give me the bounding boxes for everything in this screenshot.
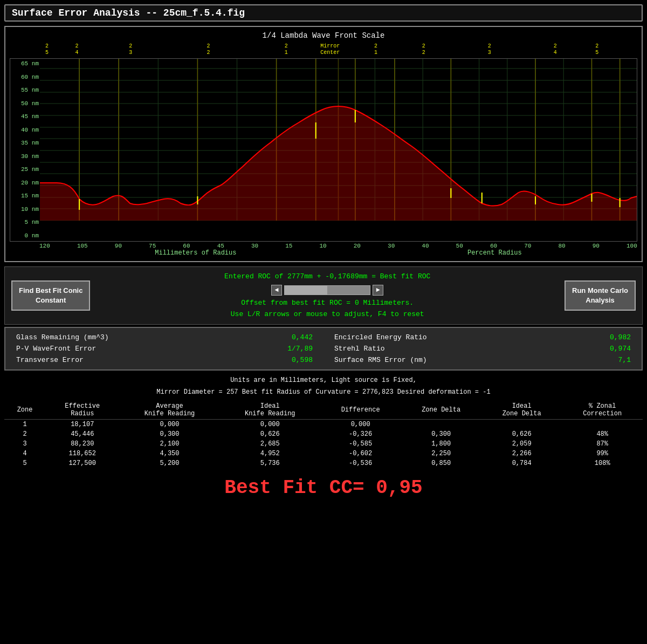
x-label-80: 80 xyxy=(558,243,565,249)
transverse-label: Transverse Error xyxy=(16,356,84,364)
zone-2-5-left: 25 xyxy=(45,43,49,56)
x-label-30r: 30 xyxy=(388,243,395,249)
x-label-75: 75 xyxy=(149,243,156,249)
offset-info: Offset from best fit ROC = 0 Millimeters… xyxy=(95,298,559,309)
table-cell-0-4: 0,000 xyxy=(320,419,401,429)
zone-mirror-center: MirrorCenter xyxy=(320,43,340,56)
table-cell-4-2: 5,200 xyxy=(119,458,219,468)
table-cell-2-7: 87% xyxy=(562,439,643,449)
table-cell-4-3: 5,736 xyxy=(220,458,320,468)
table-cell-0-5 xyxy=(401,419,481,429)
col-ideal-zone-delta: IdealZone Delta xyxy=(481,401,562,420)
table-row: 245,4460,3000,626-0,3260,3000,62648% xyxy=(4,429,643,439)
x-label-90r: 90 xyxy=(593,243,600,249)
table-cell-0-7 xyxy=(562,419,643,429)
zone-markers-row: 25 24 23 22 21 MirrorCenter 21 22 23 24 … xyxy=(10,43,637,58)
slider-right-arrow[interactable]: ► xyxy=(373,285,383,296)
slider-track[interactable] xyxy=(284,285,370,295)
table-cell-2-2: 2,100 xyxy=(119,439,219,449)
table-cell-3-7: 99% xyxy=(562,449,643,458)
x-label-45: 45 xyxy=(217,243,224,249)
table-body: 118,1070,0000,0000,000245,4460,3000,626-… xyxy=(4,419,643,468)
table-cell-2-1: 88,230 xyxy=(45,439,119,449)
zone-2-5-right: 25 xyxy=(595,43,598,56)
x-label-70: 70 xyxy=(524,243,531,249)
zone-2-3-left: 23 xyxy=(129,43,132,56)
x-label-10: 10 xyxy=(319,243,326,249)
units-info: Units are in Millimeters, Light source i… xyxy=(4,375,643,398)
zone-2-4-left: 24 xyxy=(75,43,79,56)
table-cell-0-3: 0,000 xyxy=(220,419,320,429)
col-effective-radius: EffectiveRadius xyxy=(45,401,119,420)
table-cell-3-0: 4 xyxy=(4,449,45,458)
table-cell-2-3: 2,685 xyxy=(220,439,320,449)
x-label-90: 90 xyxy=(115,243,122,249)
strehl-value: 0,974 xyxy=(610,345,631,353)
x-axis-title-container: Millimeters of Radius Percent Radius xyxy=(10,249,637,257)
col-zone-delta: Zone Delta xyxy=(401,401,481,420)
table-cell-1-4: -0,326 xyxy=(320,429,401,439)
glass-remaining-value: 0,442 xyxy=(292,333,313,341)
table-cell-4-4: -0,536 xyxy=(320,458,401,468)
table-cell-2-4: -0,585 xyxy=(320,439,401,449)
y-label-15: 15 nm xyxy=(21,193,39,199)
table-cell-1-6: 0,626 xyxy=(481,429,562,439)
zone-markers: 25 24 23 22 21 MirrorCenter 21 22 23 24 … xyxy=(39,43,637,58)
slider-container: ◄ ► xyxy=(95,285,559,296)
zone-2-1-left: 21 xyxy=(285,43,288,56)
data-table: Zone EffectiveRadius AverageKnife Readin… xyxy=(4,401,643,468)
data-table-container: Zone EffectiveRadius AverageKnife Readin… xyxy=(4,401,643,468)
y-label-0: 0 nm xyxy=(25,233,39,239)
x-title-pct: Percent Radius xyxy=(467,249,522,257)
slider-left-arrow[interactable]: ◄ xyxy=(271,285,282,296)
y-label-45: 45 nm xyxy=(21,114,39,120)
y-label-20: 20 nm xyxy=(21,180,39,186)
x-label-40: 40 xyxy=(422,243,429,249)
table-cell-1-1: 45,446 xyxy=(45,429,119,439)
chart-svg xyxy=(40,59,637,221)
units-line2: Mirror Diameter = 257 Best fit Radius of… xyxy=(4,387,643,399)
pv-wavefront-row: P-V WaveFront Error 1/7,89 xyxy=(16,345,313,353)
chart-title: 1/4 Lambda Wave Front Scale xyxy=(10,31,637,40)
pv-wavefront-value: 1/7,89 xyxy=(287,345,313,353)
adjust-info: Use L/R arrows or mouse to adjust, F4 to… xyxy=(95,309,559,320)
zone-2-4-right: 24 xyxy=(554,43,557,56)
y-label-60: 60 nm xyxy=(21,74,39,80)
run-monte-carlo-button[interactable]: Run Monte CarloAnalysis xyxy=(565,280,636,311)
table-cell-2-6: 2,059 xyxy=(481,439,562,449)
table-cell-0-6 xyxy=(481,419,562,429)
x-label-15: 15 xyxy=(285,243,292,249)
table-cell-0-0: 1 xyxy=(4,419,45,429)
table-cell-4-5: 0,850 xyxy=(401,458,481,468)
table-cell-1-5: 0,300 xyxy=(401,429,481,439)
best-fit-cc: Best Fit CC= 0,95 xyxy=(0,477,647,499)
chart-area: 65 nm 60 nm 55 nm 50 nm 45 nm 40 nm 35 n… xyxy=(10,58,637,242)
y-label-50: 50 nm xyxy=(21,101,39,107)
y-label-10: 10 nm xyxy=(21,207,39,213)
stats-panel: Glass Remaining (mm^3) 0,442 Encircled E… xyxy=(4,327,643,371)
x-label-105: 105 xyxy=(77,243,88,249)
table-cell-3-3: 4,952 xyxy=(220,449,320,458)
table-cell-1-7: 48% xyxy=(562,429,643,439)
surface-rms-row: Surface RMS Error (nm) 7,1 xyxy=(334,356,631,364)
x-label-100: 100 xyxy=(627,243,637,249)
strehl-row: Strehl Ratio 0,974 xyxy=(334,345,631,353)
y-label-25: 25 nm xyxy=(21,167,39,173)
find-best-fit-button[interactable]: Find Best Fit ConicConstant xyxy=(11,280,90,311)
table-cell-2-5: 1,800 xyxy=(401,439,481,449)
y-label-65: 65 nm xyxy=(21,61,39,67)
x-axis-titles: Millimeters of Radius Percent Radius xyxy=(39,249,637,257)
table-header: Zone EffectiveRadius AverageKnife Readin… xyxy=(4,401,643,420)
col-zone: Zone xyxy=(4,401,45,420)
encircled-energy-label: Encircled Energy Ratio xyxy=(334,333,427,341)
encircled-energy-value: 0,982 xyxy=(610,333,631,341)
table-cell-3-1: 118,652 xyxy=(45,449,119,458)
y-axis: 65 nm 60 nm 55 nm 50 nm 45 nm 40 nm 35 n… xyxy=(10,59,40,241)
table-cell-1-3: 0,626 xyxy=(220,429,320,439)
title-bar: Surface Error Analysis -- 25cm_f.5.4.fig xyxy=(4,4,643,22)
table-row: 4118,6524,3504,952-0,6022,2502,26699% xyxy=(4,449,643,458)
strehl-label: Strehl Ratio xyxy=(334,345,385,353)
y-label-5: 5 nm xyxy=(25,220,39,225)
col-difference: Difference xyxy=(320,401,401,420)
y-label-40: 40 nm xyxy=(21,127,39,133)
